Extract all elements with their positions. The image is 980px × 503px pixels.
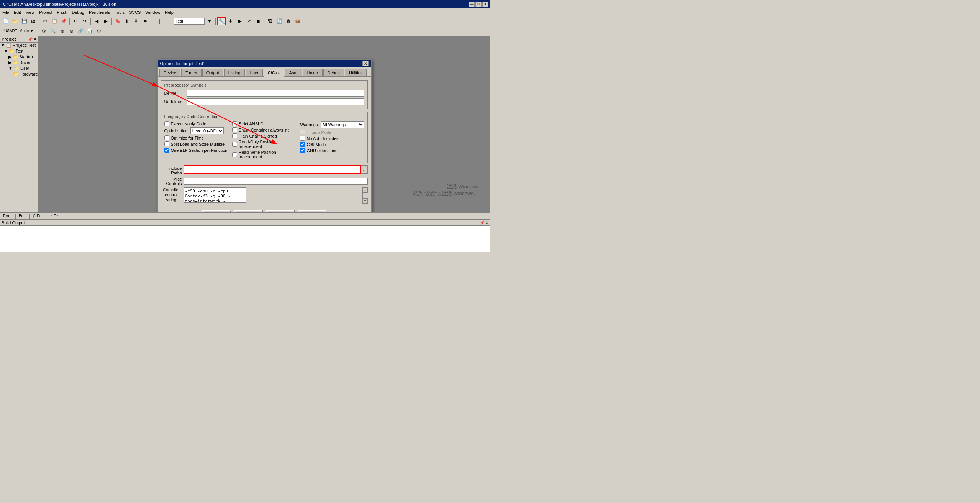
tab-utilities[interactable]: Utilities (345, 69, 367, 76)
save-btn[interactable]: 💾 (20, 17, 28, 25)
stop-btn[interactable]: ⏹ (254, 17, 262, 25)
periph-btn6[interactable]: 📊 (86, 27, 94, 35)
compiler-control-text[interactable]: -c99 -gnu -c -cpu Cortex-M3 -g -O0 -apcs… (184, 187, 246, 203)
usart-mode-btn[interactable]: USART_Mode ▼ (2, 27, 36, 35)
tab-device[interactable]: Device (159, 69, 181, 76)
run-btn[interactable]: ▶ (236, 17, 244, 25)
bottom-tab-pro[interactable]: Pro... (0, 214, 16, 219)
menu-edit[interactable]: Edit (11, 9, 23, 15)
bottom-tab-te[interactable]: ↕ Te... (48, 214, 65, 219)
menu-project[interactable]: Project (37, 9, 54, 15)
copy-btn[interactable]: 📋 (50, 17, 59, 25)
menu-view[interactable]: View (23, 9, 37, 15)
plain-char-check[interactable] (232, 133, 237, 138)
cancel-button[interactable]: Cancel (234, 210, 263, 212)
rebuild-btn[interactable]: 🔄 (275, 17, 284, 25)
maximize-button[interactable]: □ (475, 2, 482, 7)
tab-linker[interactable]: Linker (303, 69, 323, 76)
tab-asm[interactable]: Asm (285, 69, 302, 76)
tree-item-project[interactable]: ▼ 📋 Project: Test (0, 43, 38, 48)
build-output-close[interactable]: ✕ (485, 220, 488, 225)
prev-bookmark-btn[interactable]: ⬆ (123, 17, 131, 25)
bottom-tab-fu[interactable]: {} Fu... (30, 214, 48, 219)
tree-item-startup[interactable]: ▶ 📁 Startup (0, 54, 38, 60)
menu-tools[interactable]: Tools (113, 9, 127, 15)
periph-btn7[interactable]: ⚙ (95, 27, 103, 35)
save-all-btn[interactable]: 🗂 (29, 17, 38, 25)
warnings-select[interactable]: All Warnings No Warnings MISRA compatibl… (321, 121, 364, 128)
tab-debug[interactable]: Debug (323, 69, 344, 76)
periph-btn5[interactable]: 🔗 (77, 27, 85, 35)
nav-back-btn[interactable]: ◀ (92, 17, 101, 25)
tree-item-hardware[interactable]: 📁 Hardware (0, 71, 38, 77)
tab-cpp[interactable]: C/C++ (264, 69, 284, 77)
batch-build-btn[interactable]: 📦 (293, 17, 302, 25)
open-btn[interactable]: 📂 (11, 17, 19, 25)
enum-container-check[interactable] (232, 127, 237, 132)
new-file-btn[interactable]: 📄 (2, 17, 10, 25)
strict-ansi-check[interactable] (232, 121, 237, 126)
build-output-pin[interactable]: 📌 (480, 220, 485, 225)
indent-btn[interactable]: →| (153, 17, 161, 25)
build-btn[interactable]: 🏗 (266, 17, 274, 25)
read-write-check[interactable] (232, 152, 237, 157)
menu-svcs[interactable]: SVCS (127, 9, 143, 15)
include-paths-browse-btn[interactable]: ... (361, 165, 368, 174)
options-target-btn[interactable]: 🔧 (217, 17, 226, 25)
menu-debug[interactable]: Debug (70, 9, 87, 15)
bottom-tab-bo[interactable]: Bo... (16, 214, 30, 219)
execute-only-check[interactable] (164, 121, 169, 126)
tab-user[interactable]: User (246, 69, 263, 76)
periph-btn2[interactable]: 🔍 (49, 27, 57, 35)
tree-item-test[interactable]: ▼ 📁 Test (0, 48, 38, 54)
tab-listing[interactable]: Listing (224, 69, 245, 76)
close-button[interactable]: ✕ (482, 2, 488, 7)
target-dropdown-btn[interactable]: ▼ (205, 17, 214, 25)
minimize-button[interactable]: — (469, 2, 475, 7)
defaults-button[interactable]: Defaults (266, 210, 295, 212)
periph-btn1[interactable]: ⚙ (40, 27, 48, 35)
paste-btn[interactable]: 📌 (59, 17, 68, 25)
bookmark-btn[interactable]: 🔖 (113, 17, 122, 25)
menu-flash[interactable]: Flash (55, 9, 70, 15)
undefine-input[interactable] (187, 98, 364, 105)
unindent-btn[interactable]: |← (162, 17, 170, 25)
menu-window[interactable]: Window (143, 9, 162, 15)
clear-bookmark-btn[interactable]: ✖ (141, 17, 149, 25)
c99-mode-check[interactable] (300, 142, 305, 147)
thumb-mode-check[interactable] (300, 130, 305, 135)
menu-file[interactable]: File (0, 9, 11, 15)
download-btn[interactable]: ⬇ (226, 17, 235, 25)
one-elf-check[interactable] (164, 148, 169, 153)
tab-target[interactable]: Target (181, 69, 202, 76)
tab-output[interactable]: Output (202, 69, 223, 76)
menu-peripherals[interactable]: Peripherals (87, 9, 113, 15)
no-auto-includes-check[interactable] (300, 136, 305, 141)
read-only-check[interactable] (232, 142, 237, 147)
optimization-select[interactable]: Level 0 (-O0) Level 1 (-O1) Level 2 (-O2… (190, 127, 224, 134)
compiler-scroll-up[interactable]: ▲ (363, 187, 368, 193)
define-input[interactable] (187, 90, 364, 97)
ok-button[interactable]: OK (202, 210, 231, 212)
sidebar-close-icon[interactable]: ✕ (33, 37, 36, 41)
compiler-scroll-down[interactable]: ▼ (363, 198, 368, 204)
sidebar-pin-icon[interactable]: 📌 (28, 37, 33, 41)
menu-help[interactable]: Help (162, 9, 176, 15)
help-button[interactable]: Help (298, 210, 326, 212)
misc-controls-input[interactable] (184, 178, 368, 185)
redo-btn[interactable]: ↪ (80, 17, 89, 25)
include-paths-input[interactable] (184, 165, 361, 174)
target-input[interactable] (174, 18, 205, 25)
step-btn[interactable]: ↗ (245, 17, 253, 25)
clean-btn[interactable]: 🗑 (284, 17, 293, 25)
gnu-extensions-check[interactable] (300, 148, 305, 153)
cut-btn[interactable]: ✂ (41, 17, 49, 25)
tree-item-driver[interactable]: ▶ 📁 Driver (0, 60, 38, 66)
tree-item-user[interactable]: ▼ 📁 User (0, 66, 38, 71)
periph-btn3[interactable]: ⊕ (58, 27, 67, 35)
next-bookmark-btn[interactable]: ⬇ (132, 17, 140, 25)
dialog-close-button[interactable]: ✕ (362, 61, 369, 66)
optimize-time-check[interactable] (164, 135, 169, 140)
periph-btn4[interactable]: ⊗ (67, 27, 76, 35)
nav-fwd-btn[interactable]: ▶ (102, 17, 110, 25)
